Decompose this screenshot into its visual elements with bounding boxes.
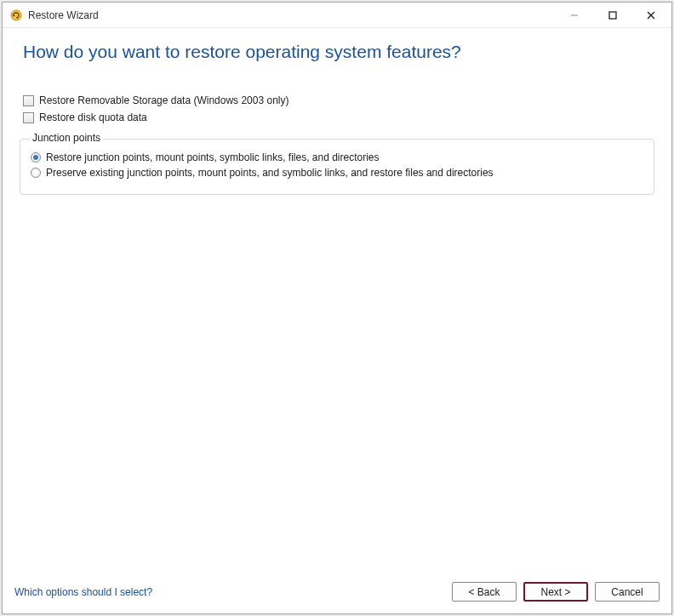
radio-row-restore-junction: Restore junction points, mount points, s… <box>31 151 643 163</box>
radio-restore-junction[interactable] <box>31 152 41 163</box>
junction-points-group: Junction points Restore junction points,… <box>20 139 654 195</box>
checkbox-row-diskquota: Restore disk quota data <box>23 111 656 123</box>
checkbox-row-removable: Restore Removable Storage data (Windows … <box>23 94 656 106</box>
cancel-button[interactable]: Cancel <box>595 582 660 602</box>
checkbox-label: Restore disk quota data <box>39 111 147 123</box>
svg-point-0 <box>11 10 21 20</box>
window-title: Restore Wizard <box>28 9 555 21</box>
group-legend: Junction points <box>29 132 104 144</box>
page-title: How do you want to restore operating sys… <box>23 42 656 62</box>
svg-rect-2 <box>609 12 616 19</box>
app-icon <box>9 9 23 22</box>
checkbox-label: Restore Removable Storage data (Windows … <box>39 94 288 106</box>
next-button[interactable]: Next > <box>523 582 588 602</box>
maximize-button[interactable] <box>593 3 631 27</box>
checkbox-removable-storage[interactable] <box>23 95 34 106</box>
radio-row-preserve-junction: Preserve existing junction points, mount… <box>31 167 643 179</box>
titlebar: Restore Wizard <box>3 3 671 28</box>
help-link[interactable]: Which options should I select? <box>14 586 152 598</box>
back-button[interactable]: < Back <box>452 582 517 602</box>
radio-label: Preserve existing junction points, mount… <box>46 167 494 179</box>
wizard-content: How do you want to restore operating sys… <box>3 28 671 573</box>
close-button[interactable] <box>631 3 670 27</box>
minimize-button[interactable] <box>555 3 593 27</box>
radio-label: Restore junction points, mount points, s… <box>46 151 380 163</box>
window-controls <box>555 3 670 27</box>
restore-wizard-window: Restore Wizard How do you want to restor… <box>2 2 672 614</box>
radio-preserve-junction[interactable] <box>31 168 41 178</box>
wizard-footer: Which options should I select? < Back Ne… <box>3 573 671 613</box>
checkbox-disk-quota[interactable] <box>23 112 34 123</box>
